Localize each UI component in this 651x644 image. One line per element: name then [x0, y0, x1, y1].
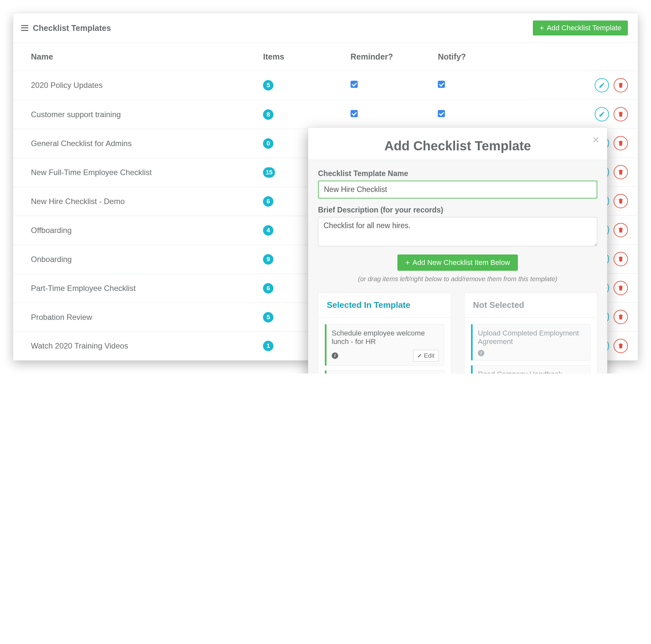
description-input[interactable]: [318, 217, 597, 246]
trash-icon: [618, 169, 624, 175]
edit-label: Edit: [424, 352, 435, 359]
template-name: Probation Review: [13, 303, 263, 332]
plus-icon: +: [405, 259, 410, 266]
page-title: Checklist Templates: [21, 24, 111, 33]
trash-icon: [618, 82, 624, 89]
delete-button[interactable]: [614, 310, 628, 324]
edit-button[interactable]: [595, 78, 609, 92]
item-title: Schedule employee welcome lunch - for HR: [332, 329, 439, 346]
items-badge: 1: [263, 341, 273, 351]
checklist-templates-panel: Checklist Templates + Add Checklist Temp…: [13, 13, 638, 360]
trash-icon: [618, 111, 624, 118]
trash-icon: [618, 285, 624, 291]
col-items: Items: [263, 43, 350, 71]
item-title: Read Company Handbook: [478, 370, 585, 374]
modal-header: Add Checklist Template ×: [308, 128, 607, 160]
item-title: Upload Completed Employment Agreement: [478, 329, 585, 346]
delete-button[interactable]: [614, 165, 628, 179]
delete-button[interactable]: [614, 78, 628, 92]
template-name: Customer support training: [13, 100, 263, 129]
template-name: Onboarding: [13, 245, 263, 274]
panel-header: Checklist Templates + Add Checklist Temp…: [13, 13, 638, 43]
trash-icon: [618, 227, 624, 233]
add-button-label: Add Checklist Template: [547, 24, 622, 32]
trash-icon: [618, 314, 624, 320]
checklist-item-card[interactable]: Schedule employee welcome lunch - for HR…: [325, 324, 444, 366]
template-name-input[interactable]: [318, 181, 597, 198]
table-row: Customer support training 8: [13, 100, 638, 129]
modal-body: Checklist Template Name Brief Descriptio…: [308, 160, 607, 374]
info-icon[interactable]: i: [332, 352, 338, 359]
add-checklist-template-button[interactable]: + Add Checklist Template: [533, 21, 628, 35]
not-selected-heading: Not Selected: [464, 293, 597, 318]
template-name: New Full-Time Employee Checklist: [13, 158, 263, 187]
edit-item-button[interactable]: Edit: [413, 350, 439, 361]
checklist-item-card[interactable]: Review company handbook i Edit: [325, 370, 444, 374]
modal-title: Add Checklist Template: [321, 139, 594, 153]
delete-button[interactable]: [614, 252, 628, 266]
info-icon[interactable]: i: [478, 350, 484, 356]
items-badge: 6: [263, 283, 273, 293]
template-name: Offboarding: [13, 216, 263, 245]
description-label: Brief Description (for your records): [318, 206, 597, 215]
items-badge: 15: [263, 167, 275, 178]
trash-icon: [618, 140, 624, 147]
add-item-label: Add New Checklist Item Below: [412, 258, 510, 267]
pencil-icon: [598, 111, 605, 118]
not-selected-column: Not Selected Upload Completed Employment…: [464, 293, 597, 374]
close-icon[interactable]: ×: [592, 134, 599, 146]
items-badge: 5: [263, 80, 273, 91]
template-name: Part-Time Employee Checklist: [13, 274, 263, 303]
template-name-label: Checklist Template Name: [318, 169, 597, 178]
selected-column: Selected In Template Schedule employee w…: [318, 293, 451, 374]
notify-checkbox[interactable]: [438, 81, 445, 88]
delete-button[interactable]: [614, 194, 628, 208]
delete-button[interactable]: [614, 281, 628, 295]
plus-icon: +: [539, 24, 544, 32]
items-badge: 0: [263, 138, 273, 149]
add-new-checklist-item-button[interactable]: + Add New Checklist Item Below: [397, 255, 518, 271]
col-reminder: Reminder?: [350, 43, 438, 71]
template-name: General Checklist for Admins: [13, 129, 263, 158]
page-title-text: Checklist Templates: [33, 24, 111, 33]
checklist-item-card[interactable]: Read Company Handbook i: [471, 365, 590, 374]
items-badge: 8: [263, 109, 273, 120]
items-badge: 5: [263, 312, 273, 322]
items-badge: 6: [263, 196, 273, 207]
edit-button[interactable]: [595, 107, 609, 121]
add-checklist-template-modal: Add Checklist Template × Checklist Templ…: [308, 127, 608, 374]
col-name: Name: [13, 43, 263, 71]
trash-icon: [618, 343, 624, 349]
template-name: New Hire Checklist - Demo: [13, 187, 263, 216]
delete-button[interactable]: [614, 223, 628, 237]
reminder-checkbox[interactable]: [350, 110, 358, 117]
template-name: Watch 2020 Training Videos: [13, 332, 263, 360]
pencil-icon: [598, 82, 605, 89]
list-icon: [21, 25, 28, 31]
trash-icon: [618, 256, 624, 262]
table-row: 2020 Policy Updates 5: [13, 71, 638, 100]
checklist-item-card[interactable]: Upload Completed Employment Agreement i: [471, 324, 590, 360]
delete-button[interactable]: [614, 107, 628, 121]
template-name: 2020 Policy Updates: [13, 71, 263, 100]
selected-heading: Selected In Template: [318, 293, 451, 318]
drag-hint: (or drag items left/right below to add/r…: [318, 275, 597, 283]
trash-icon: [618, 198, 624, 204]
items-badge: 4: [263, 225, 273, 235]
delete-button[interactable]: [614, 339, 628, 353]
reminder-checkbox[interactable]: [350, 81, 358, 88]
items-badge: 9: [263, 254, 273, 264]
delete-button[interactable]: [614, 136, 628, 150]
pencil-icon: [417, 353, 422, 358]
notify-checkbox[interactable]: [438, 110, 445, 117]
col-notify: Notify?: [438, 43, 525, 71]
